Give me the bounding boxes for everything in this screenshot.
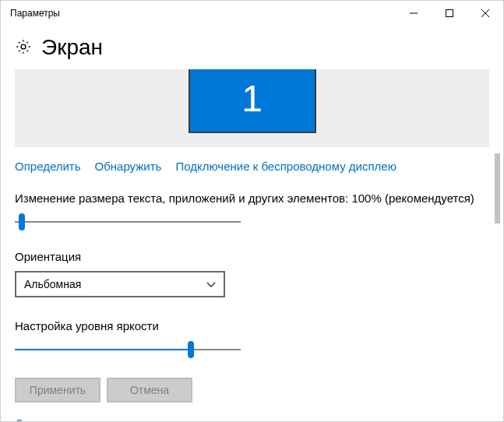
orientation-select[interactable]: Альбомная	[15, 271, 225, 297]
brightness-slider-thumb[interactable]	[188, 341, 194, 358]
wireless-display-link[interactable]: Подключение к беспроводному дисплею	[175, 160, 397, 173]
scrollbar-thumb[interactable]	[495, 153, 500, 223]
scale-label: Изменение размера текста, приложений и д…	[15, 192, 489, 205]
chevron-down-icon	[206, 278, 216, 290]
monitor-1[interactable]: 1	[189, 69, 316, 133]
scale-slider[interactable]	[15, 213, 241, 231]
svg-point-4	[21, 44, 26, 49]
page-title: Экран	[41, 35, 103, 60]
apply-button: Применить	[15, 378, 100, 403]
page-header: Экран	[15, 35, 489, 60]
minimize-button[interactable]	[396, 1, 432, 26]
gear-icon	[15, 38, 32, 58]
orientation-label: Ориентация	[15, 250, 489, 263]
titlebar: Параметры	[1, 1, 503, 26]
close-button[interactable]	[467, 1, 503, 26]
svg-rect-1	[446, 10, 453, 17]
brightness-label: Настройка уровня яркости	[15, 319, 489, 332]
detect-link[interactable]: Обнаружить	[95, 160, 162, 173]
display-preview: 1	[15, 69, 489, 147]
identify-link[interactable]: Определить	[15, 160, 81, 173]
orientation-value: Альбомная	[24, 278, 81, 290]
cancel-button: Отмена	[107, 378, 192, 403]
scale-slider-thumb[interactable]	[19, 213, 25, 230]
brightness-slider[interactable]	[15, 340, 241, 359]
maximize-button[interactable]	[432, 1, 467, 26]
monitor-number: 1	[241, 77, 263, 120]
window-title: Параметры	[10, 8, 60, 19]
advanced-display-link[interactable]: Дополнительные параметры экрана	[15, 417, 489, 422]
scrollbar[interactable]	[492, 69, 500, 413]
